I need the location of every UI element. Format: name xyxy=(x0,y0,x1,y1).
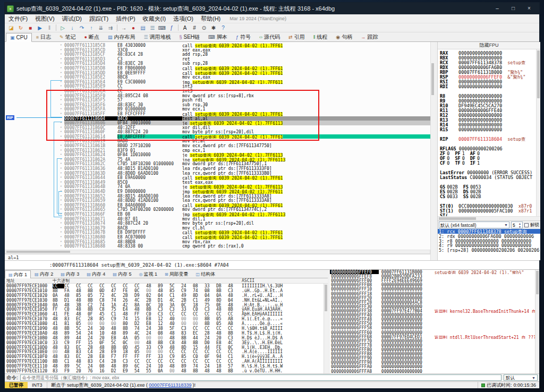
register-row[interactable]: LastError 00000000 (ERROR_SUCCESS) xyxy=(440,170,535,175)
disasm-row[interactable]: •00007FF6113186240F84 1D010000je setup查询… xyxy=(5,152,430,157)
patch-button[interactable]: # xyxy=(190,24,199,32)
dump-row[interactable]: 00007FF97ECE1000CCCCCCCCCCCCCCCC48895C24… xyxy=(5,284,328,288)
disasm-row[interactable]: •00007FF611318660E8 84A60000call setup查询… xyxy=(5,203,430,208)
disasm-row[interactable]: •00007FF6113186798ACBmov cl,bl xyxy=(5,226,430,231)
open-file-button[interactable]: ◪ xyxy=(6,24,16,32)
disasm-row[interactable]: •00007FF61131862A75 4Ajne setup查询_6039_2… xyxy=(5,157,430,162)
flag-name[interactable]: SS xyxy=(463,194,469,199)
stop-button[interactable]: ■ xyxy=(26,24,35,32)
disasm-row[interactable]: •00007FF6113185D3C3ret xyxy=(5,57,430,62)
disasm-row[interactable]: •00007FF611318680E8 AC070000call setup查询… xyxy=(5,235,430,240)
stack-row[interactable]: 00000000006FFF90 0000000000000000 xyxy=(330,356,539,360)
breakpoint-dot[interactable]: • xyxy=(5,125,64,130)
breakpoint-dot[interactable]: • xyxy=(5,184,64,189)
flag-name[interactable]: SF xyxy=(455,156,460,160)
breakpoint-dot[interactable]: • xyxy=(5,180,64,185)
breakpoint-dot[interactable]: • xyxy=(5,130,64,134)
breakpoint-dot[interactable]: • xyxy=(5,235,64,240)
disasm-row[interactable]: •00007FF6113185F557push rdi xyxy=(5,98,430,103)
register-row[interactable]: R15 0000000000000000 xyxy=(440,127,535,132)
breakpoint-dot[interactable]: • xyxy=(5,71,64,75)
dump-tab-内存 5[interactable]: ▤内存 5 xyxy=(109,270,135,278)
register-row[interactable]: RFLAGS 0000000000200206 xyxy=(440,146,535,151)
flag-name[interactable]: GS xyxy=(440,184,445,189)
breakpoint-dot[interactable]: • xyxy=(5,152,64,157)
disasm-row[interactable]: •00007FF6113185C8E8 43030000call setup查询… xyxy=(5,43,430,48)
trace-into-button[interactable]: ⇊ xyxy=(96,24,106,32)
settings-button[interactable]: ✱ xyxy=(209,24,218,32)
flag-name[interactable]: DS xyxy=(463,189,469,194)
flag-name[interactable]: FS xyxy=(463,184,469,189)
dump-tab-监视 1[interactable]: ◎监视 1 xyxy=(135,270,161,278)
register-row[interactable]: R8 0000000000000000 xyxy=(440,93,535,98)
disasm-row[interactable]: •00007FF61131865948:8D0D 41AD0100lea rcx… xyxy=(5,198,430,203)
tab-CPU[interactable]: ▣CPU xyxy=(6,33,32,42)
breakpoint-dot[interactable]: • xyxy=(5,75,64,80)
register-row[interactable]: RDI 0000000000000000 xyxy=(440,84,535,89)
tab-脚本[interactable]: ⌨脚本 xyxy=(204,32,232,41)
menu-item[interactable]: 收藏夹(I) xyxy=(139,14,169,23)
dump-row[interactable]: 00007FF97ECE10F04883EC28E8F7FFFFFF33C985… xyxy=(5,354,328,359)
disasm-row[interactable]: •00007FF61131868848:8338 00cmp qword ptr… xyxy=(5,244,430,249)
breakpoint-dot[interactable]: • xyxy=(5,103,64,107)
register-row[interactable]: ST(1) 00000000000005FAC100 x87r1 xyxy=(440,208,535,213)
stack-row[interactable]: 00000000006FFF20 0000000000000000 xyxy=(330,296,539,300)
register-row[interactable]: RCX 00007FF611348378 setup查 xyxy=(440,60,535,65)
breakpoint-dot[interactable]: • xyxy=(5,89,64,93)
stack-row[interactable]: 00000000006FFF10 0000000000000000 xyxy=(330,287,539,291)
register-row[interactable]: CS0033SS002B xyxy=(440,194,535,199)
stack-row[interactable]: 00000000006FFF68 00007FF97ED4CED1 返回到 nt… xyxy=(330,335,539,339)
register-row[interactable]: RSI 0000000000000000 xyxy=(440,79,535,84)
stack-row[interactable]: 00000000006FFF80 0000000000000000 xyxy=(330,347,539,352)
flag-name[interactable]: OF xyxy=(440,156,445,160)
breakpoint-dot[interactable]: • xyxy=(5,240,64,244)
dump-row[interactable]: 00007FF97ECE1050FFC0488BC875E4488BC3C333… xyxy=(5,307,328,312)
register-row[interactable]: R13 0000000000000000 xyxy=(440,117,535,122)
disassembly-vscrollbar[interactable] xyxy=(430,42,435,260)
maximize-button[interactable]: □ xyxy=(505,4,521,13)
breakpoint-dot[interactable]: • xyxy=(5,203,64,208)
breakpoint-dot[interactable]: • xyxy=(5,198,64,203)
breakpoint-dot[interactable]: • xyxy=(5,143,64,148)
disasm-row[interactable]: •00007FF611318665C705 D4F00200 02000000m… xyxy=(5,207,430,212)
disasm-row[interactable]: •00007FF61131862CC705 18F10200 01000000m… xyxy=(5,161,430,166)
disasm-row[interactable]: •00007FF61131863D48:8D0D 6AAD0100lea rcx… xyxy=(5,171,430,176)
register-row[interactable]: R10 DF949EC45C5CA270 xyxy=(440,103,535,108)
tab-日志[interactable]: ≡日志 xyxy=(32,32,55,41)
dump-row[interactable]: 00007FF97ECE10108BFA488B0D47FE0C004885C9… xyxy=(5,288,328,293)
dump-row[interactable]: 00007FF97ECE10400A483BC2741A428A0C103A0C… xyxy=(5,303,328,308)
register-row[interactable]: LastStatus C0000034 (STATUS_OBJECT xyxy=(440,175,535,180)
stack-row[interactable]: 00000000006FFF50 0000000000000000 xyxy=(330,321,539,326)
breakpoint-dot[interactable]: • xyxy=(5,93,64,98)
menu-item[interactable]: 文件(F) xyxy=(5,14,31,23)
disasm-row[interactable]: •00007FF6113185D8E8 FB060000call setup查询… xyxy=(5,66,430,71)
stack-row[interactable]: 00000000006FFF00 FFFF2E94EEE49669 xyxy=(330,278,539,283)
tab-句柄[interactable]: ◉句柄 xyxy=(332,32,356,41)
stack-row[interactable]: 00000000006FFF28 0000000000004AC8 xyxy=(330,300,539,304)
disasm-row[interactable]: •00007FF61131867140:B7 01mov dil,1 xyxy=(5,217,430,221)
breakpoint-dot[interactable]: • xyxy=(5,121,64,125)
dump-row[interactable]: 00007FF97ECE10200A488505724C2BD90204C149… xyxy=(5,293,328,298)
help-button[interactable]: ? xyxy=(218,24,228,32)
step-into-button[interactable]: ↓ xyxy=(67,24,77,32)
minimize-button[interactable]: – xyxy=(489,4,505,13)
disasm-row[interactable]: 00007FF61131860484C0test al,al xyxy=(5,116,430,121)
dump-row[interactable]: 00007FF97ECE112083F9207616D2E954550A0048… xyxy=(5,369,328,373)
breakpoint-dot[interactable]: • xyxy=(5,230,64,235)
breakpoint-dot[interactable]: • xyxy=(5,171,64,176)
breakpoint-dot[interactable]: • xyxy=(5,66,64,71)
breakpoint-address-link[interactable]: 00007FF611318339 xyxy=(149,382,191,388)
scrollbar-thumb[interactable] xyxy=(431,63,434,95)
disasm-row[interactable]: •00007FF6113185FAB9 01000000mov ecx,1 xyxy=(5,107,430,112)
menu-item[interactable]: 插件(P) xyxy=(112,14,139,23)
breakpoint-dot[interactable]: • xyxy=(5,134,64,139)
run-to-user-button[interactable]: ▷ xyxy=(58,24,67,32)
unlock-checkbox[interactable] xyxy=(524,223,529,227)
register-row[interactable]: ST(0) 0CC00000000000000030 x87r0 xyxy=(440,203,535,208)
breakpoint-dot[interactable]: • xyxy=(5,61,64,66)
tab-内存布局[interactable]: ▤内存布局 xyxy=(104,32,140,41)
breakpoint-dot[interactable]: • xyxy=(5,166,64,171)
scrollbar-thumb[interactable] xyxy=(325,285,327,311)
tab-引用[interactable]: ⇄引用 xyxy=(284,32,309,41)
breakpoint-dot[interactable]: • xyxy=(5,217,64,221)
